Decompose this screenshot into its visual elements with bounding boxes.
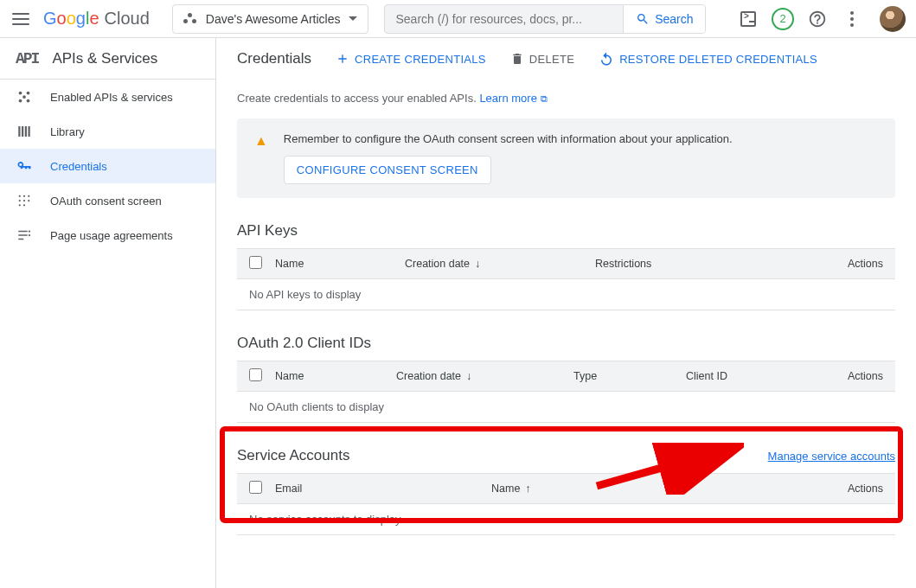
sidebar-item-label: OAuth consent screen [50, 195, 162, 208]
more-vert-icon [850, 11, 854, 27]
svg-rect-18 [18, 234, 28, 236]
search-input[interactable] [385, 5, 623, 33]
plus-icon [336, 52, 349, 66]
section-title: API Keys [237, 222, 298, 240]
empty-state: No service accounts to display [237, 504, 895, 535]
section-title: OAuth 2.0 Client IDs [237, 335, 371, 352]
col-creation[interactable]: Creation date↓ [405, 258, 595, 270]
select-all-checkbox[interactable] [249, 256, 262, 269]
search-icon [636, 12, 650, 26]
user-avatar[interactable] [880, 6, 906, 32]
notifications-button[interactable]: 2 [769, 5, 797, 33]
sidebar-item-enabled[interactable]: Enabled APIs & services [0, 80, 215, 114]
svg-point-1 [27, 92, 30, 95]
library-icon [16, 124, 33, 139]
select-all-checkbox[interactable] [249, 481, 262, 494]
table-header: Name Creation date↓ Restrictions Actions [237, 248, 895, 279]
learn-more-link[interactable]: Learn more ⧉ [479, 92, 547, 105]
main-content: Credentials Create Credentials Delete Re… [216, 38, 916, 588]
sidebar-item-label: Enabled APIs & services [50, 91, 173, 104]
col-actions: Actions [848, 258, 883, 270]
notification-badge: 2 [772, 8, 794, 30]
cloud-shell-icon [740, 11, 756, 27]
consent-info-box: ▲ Remember to configure the OAuth consen… [237, 118, 895, 198]
search-box: Search [384, 4, 706, 34]
caret-down-icon [349, 16, 357, 21]
col-name[interactable]: Name↑ [491, 483, 664, 495]
sort-desc-icon: ↓ [475, 258, 480, 270]
col-type[interactable]: Type [573, 370, 686, 382]
empty-state: No API keys to display [237, 279, 895, 310]
svg-rect-17 [18, 231, 28, 233]
google-cloud-logo[interactable]: GoogleCloud [43, 9, 150, 29]
svg-point-20 [29, 230, 30, 232]
project-picker[interactable]: Dave's Awesome Articles [172, 4, 369, 34]
sidebar: API APIs & Services Enabled APIs & servi… [0, 38, 216, 588]
project-name: Dave's Awesome Articles [206, 12, 341, 26]
section-api-keys: API Keys Name Creation date↓ Restriction… [237, 222, 895, 310]
svg-point-16 [23, 204, 25, 206]
help-icon [808, 10, 827, 29]
svg-point-14 [28, 200, 29, 201]
svg-rect-19 [18, 239, 23, 240]
svg-point-9 [19, 195, 21, 197]
restore-button[interactable]: Restore Deleted Credentials [599, 51, 817, 67]
menu-icon[interactable] [10, 9, 31, 29]
enabled-apis-icon [16, 89, 33, 105]
select-all-checkbox[interactable] [249, 368, 262, 381]
api-logo-icon: API [16, 50, 38, 67]
svg-rect-7 [25, 126, 27, 137]
table-header: Name Creation date↓ Type Client ID Actio… [237, 361, 895, 392]
svg-point-10 [23, 195, 25, 197]
svg-point-13 [23, 200, 25, 201]
svg-rect-6 [22, 126, 23, 137]
consent-icon [16, 193, 33, 208]
sort-asc-icon: ↑ [525, 483, 530, 495]
col-email[interactable]: Email [275, 483, 491, 495]
section-service-accounts: Service Accounts Manage service accounts… [237, 447, 895, 535]
sidebar-header: API APIs & Services [0, 38, 215, 80]
table-header: Email Name↑ Actions [237, 473, 895, 504]
delete-button[interactable]: Delete [510, 52, 574, 66]
svg-point-11 [28, 195, 29, 197]
trash-icon [510, 52, 524, 66]
svg-point-0 [19, 92, 22, 95]
col-client-id[interactable]: Client ID [686, 370, 798, 382]
cloud-shell-button[interactable] [734, 5, 762, 33]
col-creation[interactable]: Creation date↓ [396, 370, 573, 382]
project-icon [183, 12, 197, 26]
col-name[interactable]: Name [275, 370, 396, 382]
svg-point-12 [19, 200, 21, 201]
svg-point-21 [29, 234, 30, 236]
more-button[interactable] [838, 5, 866, 33]
sidebar-item-label: Page usage agreements [50, 229, 173, 242]
svg-rect-8 [29, 126, 30, 137]
sidebar-item-agreements[interactable]: Page usage agreements [0, 218, 215, 252]
warning-icon: ▲ [254, 133, 268, 149]
sidebar-item-label: Credentials [50, 160, 107, 173]
info-message: Remember to configure the OAuth consent … [284, 132, 733, 145]
section-title: Service Accounts [237, 447, 349, 464]
col-name[interactable]: Name [275, 258, 405, 270]
page-title: Credentials [237, 50, 311, 67]
sidebar-item-credentials[interactable]: Credentials [0, 149, 215, 183]
col-restrictions[interactable]: Restrictions [595, 258, 768, 270]
page-header: Credentials Create Credentials Delete Re… [216, 38, 916, 80]
empty-state: No OAuth clients to display [237, 392, 895, 423]
svg-point-4 [22, 95, 26, 99]
help-button[interactable] [804, 5, 831, 33]
col-actions: Actions [848, 483, 883, 495]
external-link-icon: ⧉ [541, 93, 548, 104]
sidebar-item-library[interactable]: Library [0, 114, 215, 149]
create-credentials-button[interactable]: Create Credentials [336, 52, 486, 66]
sidebar-item-oauth[interactable]: OAuth consent screen [0, 183, 215, 218]
sidebar-item-label: Library [50, 125, 85, 138]
intro-text: Create credentials to access your enable… [237, 92, 895, 105]
manage-service-accounts-link[interactable]: Manage service accounts [768, 450, 895, 463]
section-oauth: OAuth 2.0 Client IDs Name Creation date↓… [237, 335, 895, 423]
configure-consent-button[interactable]: Configure Consent Screen [284, 156, 491, 184]
search-button[interactable]: Search [623, 5, 705, 33]
col-actions: Actions [848, 370, 883, 382]
svg-rect-5 [18, 126, 20, 137]
sort-desc-icon: ↓ [466, 370, 471, 382]
